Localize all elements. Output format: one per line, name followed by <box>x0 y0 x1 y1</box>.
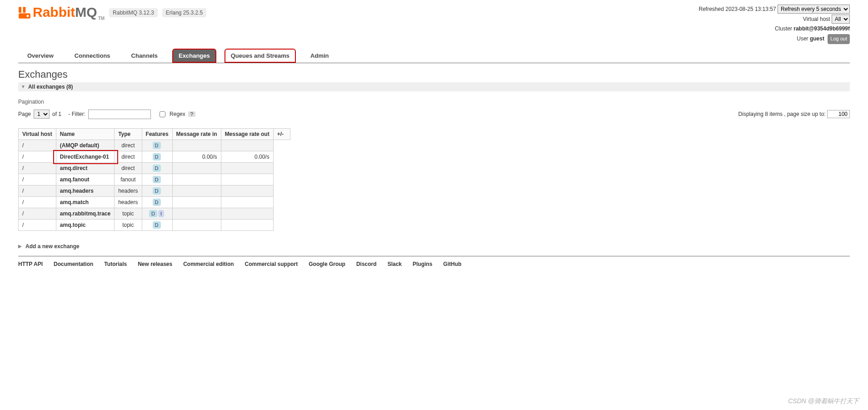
footer-link-plugins[interactable]: Plugins <box>413 261 432 267</box>
cell-features: DI <box>142 208 172 219</box>
col-features: Features <box>142 128 172 140</box>
cell-rate-in <box>172 174 221 185</box>
footer-link-http-api[interactable]: HTTP API <box>18 261 43 267</box>
footer-link-tutorials[interactable]: Tutorials <box>104 261 127 267</box>
filter-input[interactable] <box>88 110 151 119</box>
cell-name: amq.match <box>56 196 114 208</box>
feature-badge-d: D <box>153 165 161 172</box>
cell-features: D <box>142 140 172 151</box>
tab-admin[interactable]: Admin <box>304 49 335 63</box>
cell-type: fanout <box>115 174 142 185</box>
footer-link-documentation[interactable]: Documentation <box>54 261 93 267</box>
footer-link-new-releases[interactable]: New releases <box>138 261 172 267</box>
table-row: /amq.headersheadersD <box>19 185 290 196</box>
version-badge: RabbitMQ 3.12.3 <box>109 8 158 17</box>
logout-button[interactable]: Log out <box>828 34 850 44</box>
cell-features: D <box>142 219 172 230</box>
col-type[interactable]: Type <box>115 128 142 140</box>
vhost-select[interactable]: All <box>832 15 850 24</box>
tab-queues-and-streams[interactable]: Queues and Streams <box>224 49 296 63</box>
footer-link-github[interactable]: GitHub <box>443 261 461 267</box>
page-title: Exchanges <box>18 69 850 80</box>
cell-name: amq.direct <box>56 162 114 174</box>
refresh-interval-select[interactable]: Refresh every 5 seconds <box>778 5 850 14</box>
cell-rate-out <box>221 174 273 185</box>
table-row: /amq.fanoutfanoutD <box>19 174 290 185</box>
add-new-exchange[interactable]: ▶ Add a new exchange <box>18 243 850 250</box>
svg-rect-0 <box>19 7 21 13</box>
exchange-link[interactable]: DirectExchange-01 <box>60 154 109 160</box>
cell-name: DirectExchange-01 <box>56 151 114 162</box>
footer-link-discord[interactable]: Discord <box>356 261 377 267</box>
add-new-exchange-label: Add a new exchange <box>25 243 80 250</box>
page-select[interactable]: 1 <box>34 110 50 119</box>
exchange-link[interactable]: amq.fanout <box>60 176 90 183</box>
nav-tabs: OverviewConnectionsChannelsExchangesQueu… <box>18 49 850 63</box>
page-label: Page <box>18 111 31 117</box>
logo: RabbitMQTM <box>18 5 105 21</box>
footer-link-google-group[interactable]: Google Group <box>309 261 345 267</box>
exchange-link[interactable]: amq.rabbitmq.trace <box>60 210 110 217</box>
cell-type: direct <box>115 162 142 174</box>
feature-badge-d: D <box>153 142 161 149</box>
display-count-text: Displaying 8 items , page size up to: <box>738 111 826 117</box>
cell-type: topic <box>115 208 142 219</box>
col-toggle[interactable]: +/- <box>273 128 290 140</box>
regex-checkbox[interactable] <box>160 111 165 117</box>
cell-name: amq.fanout <box>56 174 114 185</box>
cell-name: amq.topic <box>56 219 114 230</box>
cell-features: D <box>142 174 172 185</box>
section-all-exchanges-label: All exchanges (8) <box>28 84 73 90</box>
table-row: /amq.rabbitmq.tracetopicDI <box>19 208 290 219</box>
regex-help-icon[interactable]: ? <box>188 111 195 117</box>
user-label: User <box>797 35 808 42</box>
footer-link-commercial-support[interactable]: Commercial support <box>245 261 298 267</box>
feature-badge-d: D <box>153 187 161 195</box>
svg-point-3 <box>26 15 29 17</box>
cell-vhost: / <box>19 185 56 196</box>
tab-channels[interactable]: Channels <box>125 49 165 63</box>
cell-name: amq.rabbitmq.trace <box>56 208 114 219</box>
cell-type: topic <box>115 219 142 230</box>
cell-vhost: / <box>19 151 56 162</box>
exchange-link[interactable]: amq.direct <box>60 165 88 171</box>
cell-type: direct <box>115 151 142 162</box>
footer-link-commercial-edition[interactable]: Commercial edition <box>183 261 234 267</box>
cell-rate-out <box>221 162 273 174</box>
footer-link-slack[interactable]: Slack <box>388 261 402 267</box>
user-name: guest <box>810 35 824 42</box>
cell-features: D <box>142 185 172 196</box>
col-vhost[interactable]: Virtual host <box>19 128 56 140</box>
cell-rate-out <box>221 219 273 230</box>
col-name[interactable]: Name <box>56 128 114 140</box>
page-size-input[interactable] <box>827 110 850 118</box>
cell-rate-in <box>172 162 221 174</box>
cell-rate-in: 0.00/s <box>172 151 221 162</box>
chevron-right-icon: ▶ <box>18 244 22 249</box>
pagination-section-label: Pagination <box>18 99 850 105</box>
cell-vhost: / <box>19 196 56 208</box>
cell-vhost: / <box>19 162 56 174</box>
cell-type: headers <box>115 196 142 208</box>
exchange-link[interactable]: amq.headers <box>60 188 94 194</box>
feature-badge-d: D <box>153 153 161 160</box>
cell-name: (AMQP default) <box>56 140 114 151</box>
cell-rate-in <box>172 196 221 208</box>
tab-overview[interactable]: Overview <box>21 49 60 63</box>
tab-connections[interactable]: Connections <box>68 49 117 63</box>
cell-rate-out <box>221 185 273 196</box>
feature-badge-d: D <box>153 221 161 229</box>
exchange-link[interactable]: amq.match <box>60 199 89 205</box>
col-rate-out[interactable]: Message rate out <box>221 128 273 140</box>
table-row: /DirectExchange-01directD0.00/s0.00/s <box>19 151 290 162</box>
exchange-link[interactable]: amq.topic <box>60 222 86 228</box>
col-rate-in[interactable]: Message rate in <box>172 128 221 140</box>
table-row: /amq.directdirectD <box>19 162 290 174</box>
exchange-link[interactable]: (AMQP default) <box>60 142 99 149</box>
section-all-exchanges[interactable]: ▼ All exchanges (8) <box>18 82 850 91</box>
tab-exchanges[interactable]: Exchanges <box>172 49 216 63</box>
chevron-down-icon: ▼ <box>21 84 25 89</box>
cell-rate-out <box>221 196 273 208</box>
erlang-badge: Erlang 25.3.2.5 <box>162 8 206 17</box>
feature-badge-i: I <box>158 210 164 217</box>
